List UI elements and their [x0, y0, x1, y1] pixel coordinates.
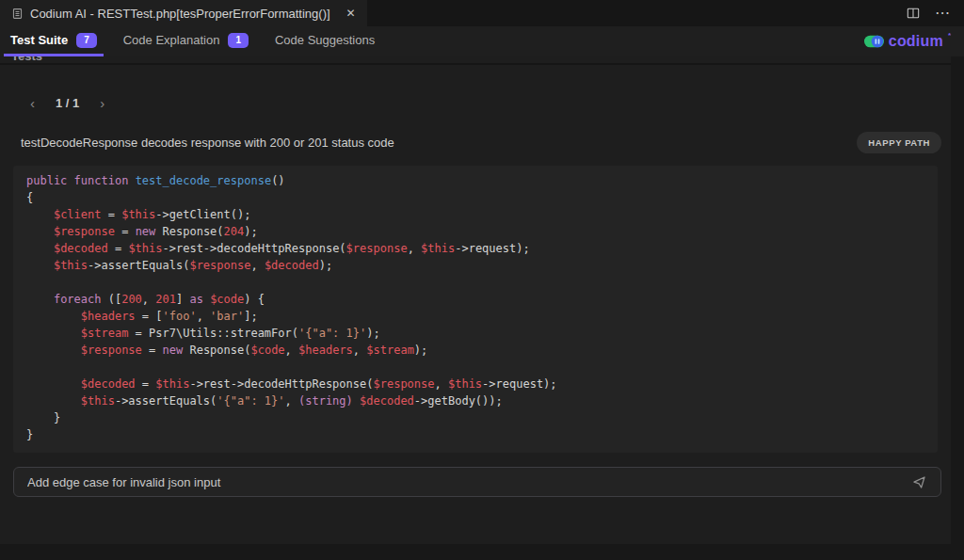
tab-code-explanation-label: Code Explanation	[123, 33, 220, 47]
split-editor-icon[interactable]	[907, 7, 920, 20]
more-actions-icon[interactable]: ⋯	[935, 6, 951, 21]
editor-actions: ⋯	[907, 0, 964, 26]
code-line: foreach ([200, 201] as $code) {	[26, 291, 928, 308]
code-line: public function test_decode_response()	[26, 172, 928, 189]
codium-logo-mark: *	[948, 31, 951, 40]
editor-tab-bar: Codium AI - RESTTest.php[tesProperErrorF…	[0, 0, 964, 26]
edge-case-input-box	[13, 467, 941, 497]
send-icon	[911, 474, 927, 490]
test-suite-panel: Tests ‹ 1 / 1 › testDecodeResponse decod…	[0, 56, 951, 544]
tab-code-suggestions[interactable]: Code Suggestions	[268, 26, 381, 56]
test-description: testDecodeResponse decodes response with…	[21, 136, 857, 150]
code-line: $stream = Psr7\Utils::streamFor('{"a": 1…	[26, 325, 928, 342]
code-line: }	[26, 409, 928, 426]
code-line: $this->assertEquals($response, $decoded)…	[26, 257, 928, 274]
happy-path-badge: HAPPY PATH	[857, 132, 941, 153]
editor-tab[interactable]: Codium AI - RESTTest.php[tesProperErrorF…	[0, 0, 367, 26]
tests-section-heading: Tests	[0, 56, 951, 65]
test-suite-count-badge: 7	[76, 33, 97, 48]
file-icon	[11, 8, 24, 20]
pagination-label: 1 / 1	[56, 96, 79, 110]
codium-logo: codium *	[864, 26, 964, 56]
code-line: $headers = ['foo', 'bar'];	[26, 308, 928, 325]
tab-test-suite[interactable]: Test Suite 7	[4, 26, 104, 56]
code-explanation-count-badge: 1	[228, 33, 249, 48]
tab-code-suggestions-label: Code Suggestions	[275, 33, 375, 47]
send-button[interactable]	[908, 472, 931, 492]
chevron-left-icon[interactable]: ‹	[30, 96, 35, 110]
editor-tab-title: Codium AI - RESTTest.php[tesProperErrorF…	[30, 7, 330, 21]
code-line: {	[26, 189, 928, 206]
code-line: }	[26, 426, 928, 443]
edge-case-input[interactable]	[27, 475, 908, 489]
panel-tab-bar: Test Suite 7 Code Explanation 1 Code Sug…	[0, 26, 964, 56]
code-line	[26, 359, 928, 376]
code-line: $response = new Response($code, $headers…	[26, 342, 928, 359]
code-line: $client = $this->getClient();	[26, 206, 928, 223]
code-line: $decoded = $this->rest->decodeHttpRespon…	[26, 376, 928, 392]
code-block: public function test_decode_response(){ …	[13, 166, 938, 453]
code-line: $decoded = $this->rest->decodeHttpRespon…	[26, 240, 928, 257]
test-pagination: ‹ 1 / 1 ›	[30, 96, 951, 110]
code-line: $response = new Response(204);	[26, 223, 928, 240]
test-header-row: testDecodeResponse decodes response with…	[21, 132, 941, 153]
codium-logo-text: codium	[889, 33, 943, 50]
close-icon[interactable]: ✕	[346, 8, 356, 19]
tab-code-explanation[interactable]: Code Explanation 1	[117, 26, 255, 56]
code-line	[26, 274, 928, 291]
code-line: $this->assertEquals('{"a": 1}', (string)…	[26, 392, 928, 409]
tab-test-suite-label: Test Suite	[10, 33, 68, 47]
chevron-right-icon[interactable]: ›	[100, 96, 104, 110]
codium-logo-icon	[864, 35, 884, 48]
prompt-row	[13, 467, 941, 497]
